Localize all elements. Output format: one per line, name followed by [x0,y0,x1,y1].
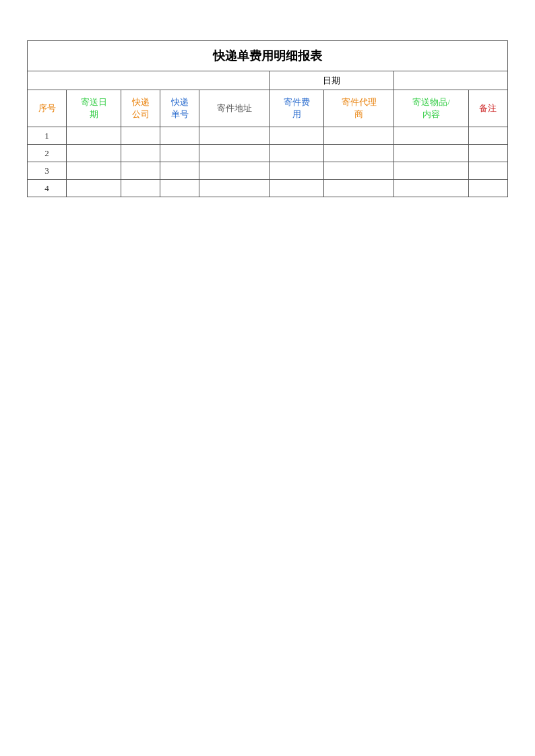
col-header-seq: 序号 [28,90,67,127]
col-header-goods: 寄送物品/内容 [394,90,468,127]
row2-agent [324,145,394,162]
row2-date [67,145,121,162]
row3-fee [270,162,324,180]
row3-date [67,162,121,180]
row4-fee [270,180,324,197]
row3-agent [324,162,394,180]
table-row: 3 [28,162,508,180]
row2-company [121,145,160,162]
report-table: 快递单费用明细报表 日期 序号 寄送日期 快递公司 快递单号 寄件地址 寄件费用… [27,40,508,197]
date-empty-right [394,71,508,90]
header-row: 序号 寄送日期 快递公司 快递单号 寄件地址 寄件费用 寄件代理商 寄送物品/内… [28,90,508,127]
row1-fee [270,127,324,145]
col-header-trackno: 快递单号 [160,90,199,127]
col-header-address: 寄件地址 [199,90,270,127]
date-label: 日期 [270,71,394,90]
title-row: 快递单费用明细报表 [28,41,508,71]
row-num-1: 1 [28,127,67,145]
col-header-fee: 寄件费用 [270,90,324,127]
row-num-4: 4 [28,180,67,197]
row1-note [468,127,507,145]
table-title: 快递单费用明细报表 [28,41,508,71]
row1-company [121,127,160,145]
page: 快递单费用明细报表 日期 序号 寄送日期 快递公司 快递单号 寄件地址 寄件费用… [0,0,535,756]
table-body: 1 2 [28,127,508,197]
row3-address [199,162,270,180]
col-header-date: 寄送日期 [67,90,121,127]
row4-goods [394,180,468,197]
table-row: 2 [28,145,508,162]
row1-trackno [160,127,199,145]
row4-address [199,180,270,197]
row2-address [199,145,270,162]
row3-goods [394,162,468,180]
row2-trackno [160,145,199,162]
row4-note [468,180,507,197]
row-num-2: 2 [28,145,67,162]
table-row: 1 [28,127,508,145]
row4-trackno [160,180,199,197]
row2-note [468,145,507,162]
table-row: 4 [28,180,508,197]
col-header-company: 快递公司 [121,90,160,127]
row-num-3: 3 [28,162,67,180]
row4-company [121,180,160,197]
row1-agent [324,127,394,145]
date-row: 日期 [28,71,508,90]
row3-note [468,162,507,180]
row4-agent [324,180,394,197]
row3-trackno [160,162,199,180]
row2-goods [394,145,468,162]
col-header-agent: 寄件代理商 [324,90,394,127]
row1-goods [394,127,468,145]
row4-date [67,180,121,197]
row3-company [121,162,160,180]
date-empty-left [28,71,270,90]
col-header-note: 备注 [468,90,507,127]
row1-date [67,127,121,145]
row2-fee [270,145,324,162]
row1-address [199,127,270,145]
